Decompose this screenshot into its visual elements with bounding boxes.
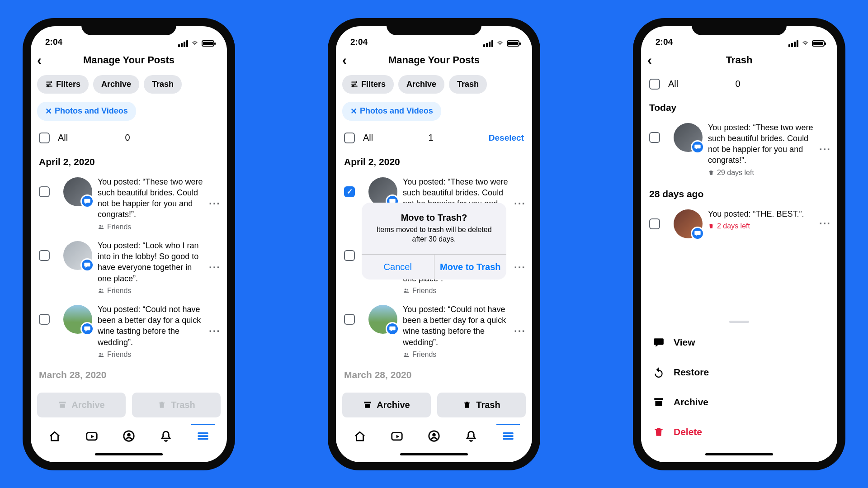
sheet-restore[interactable]: Restore xyxy=(641,357,837,387)
page-title: Manage Your Posts xyxy=(355,54,513,66)
tab-watch[interactable] xyxy=(85,429,99,443)
more-button[interactable]: ··· xyxy=(514,325,526,337)
filters-chip[interactable]: Filters xyxy=(342,75,394,94)
active-filter-chip[interactable]: ✕ Photos and Videos xyxy=(342,102,441,121)
selected-count: 1 xyxy=(373,133,489,143)
post-row[interactable]: You posted: “Could not have been a bette… xyxy=(31,299,227,363)
more-button[interactable]: ··· xyxy=(819,217,831,230)
select-all-checkbox[interactable] xyxy=(649,79,660,90)
dialog-confirm-button[interactable]: Move to Trash xyxy=(434,255,507,280)
select-all-checkbox[interactable] xyxy=(39,133,50,143)
deselect-button[interactable]: Deselect xyxy=(489,133,524,143)
select-all-row[interactable]: All 1 Deselect xyxy=(336,127,532,149)
post-thumbnail[interactable] xyxy=(674,123,703,152)
filter-chips: Filters Archive Trash xyxy=(31,73,227,100)
post-row[interactable]: You posted: “These two were such beautif… xyxy=(641,118,837,181)
post-audience: Friends xyxy=(403,287,509,295)
dialog-message: Items moved to trash will be deleted aft… xyxy=(362,225,506,254)
more-button[interactable]: ··· xyxy=(209,197,221,210)
back-button[interactable]: ‹ xyxy=(647,53,660,67)
active-filter-chip[interactable]: ✕ Photos and Videos xyxy=(37,102,136,121)
post-checkbox[interactable] xyxy=(39,186,50,197)
post-audience: Friends xyxy=(98,287,203,295)
friends-icon xyxy=(98,287,104,294)
tab-notifications[interactable] xyxy=(464,429,478,443)
archive-chip[interactable]: Archive xyxy=(398,75,444,94)
select-all-checkbox[interactable] xyxy=(344,133,355,143)
post-checkbox[interactable] xyxy=(649,132,660,143)
more-button[interactable]: ··· xyxy=(514,197,526,210)
post-row[interactable]: You posted: “These two were such beautif… xyxy=(31,172,227,236)
post-row[interactable]: You posted: “Could not have been a bette… xyxy=(336,299,532,363)
post-thumbnail[interactable] xyxy=(63,241,92,270)
days-left: 2 days left xyxy=(708,222,814,230)
chat-icon xyxy=(653,336,665,348)
back-button[interactable]: ‹ xyxy=(342,53,355,67)
dialog-title: Move to Trash? xyxy=(362,203,506,225)
select-all-row[interactable]: All 0 xyxy=(641,73,837,95)
post-checkbox[interactable] xyxy=(344,186,355,197)
trash-chip[interactable]: Trash xyxy=(144,75,182,94)
post-checkbox[interactable] xyxy=(39,314,50,325)
dialog-cancel-button[interactable]: Cancel xyxy=(362,255,434,280)
date-header-cutoff: March 28, 2020 xyxy=(336,363,532,380)
post-checkbox[interactable] xyxy=(344,314,355,325)
tab-profile[interactable] xyxy=(427,429,441,443)
sheet-handle[interactable] xyxy=(729,321,749,323)
status-time: 2:04 xyxy=(45,37,62,47)
post-checkbox[interactable] xyxy=(39,250,50,261)
home-indicator[interactable] xyxy=(641,447,837,462)
confirm-dialog: Move to Trash? Items moved to trash will… xyxy=(362,203,506,280)
post-thumbnail[interactable] xyxy=(63,177,92,206)
archive-button[interactable]: Archive xyxy=(342,393,431,417)
phone-frame-3: 2:04 ‹ Trash All 0 Today xyxy=(633,18,845,470)
friends-icon xyxy=(98,223,104,230)
trash-button[interactable]: Trash xyxy=(132,393,221,417)
trash-icon xyxy=(708,223,714,229)
page-title: Manage Your Posts xyxy=(50,54,208,66)
trash-chip[interactable]: Trash xyxy=(449,75,487,94)
select-all-row[interactable]: All 0 xyxy=(31,127,227,149)
navbar: ‹ Manage Your Posts xyxy=(31,49,227,73)
post-row[interactable]: You posted: “THE. BEST.”. 2 days left ··… xyxy=(641,204,837,243)
post-thumbnail[interactable] xyxy=(674,209,703,238)
tab-watch[interactable] xyxy=(390,429,404,443)
post-checkbox[interactable] xyxy=(344,250,355,261)
tab-home[interactable] xyxy=(47,429,62,443)
sheet-delete[interactable]: Delete xyxy=(641,417,837,447)
home-icon xyxy=(48,429,61,443)
select-all-label: All xyxy=(363,133,373,143)
post-thumbnail[interactable] xyxy=(368,177,397,206)
comment-badge-icon xyxy=(691,227,704,240)
date-header: April 2, 2020 xyxy=(31,149,227,172)
archive-chip[interactable]: Archive xyxy=(93,75,139,94)
tab-profile[interactable] xyxy=(122,429,136,443)
close-icon[interactable]: ✕ xyxy=(350,106,357,116)
trash-button[interactable]: Trash xyxy=(437,393,526,417)
post-thumbnail[interactable] xyxy=(63,305,92,334)
trash-icon xyxy=(708,170,714,176)
tab-menu[interactable] xyxy=(196,429,210,443)
tab-menu[interactable] xyxy=(501,429,515,443)
tab-home[interactable] xyxy=(353,429,367,443)
more-button[interactable]: ··· xyxy=(209,261,221,274)
sheet-view[interactable]: View xyxy=(641,327,837,357)
post-row[interactable]: You posted: “Look who I ran into in the … xyxy=(31,236,227,299)
section-header: Today xyxy=(641,95,837,118)
post-thumbnail[interactable] xyxy=(368,305,397,334)
archive-button[interactable]: Archive xyxy=(37,393,126,417)
sheet-archive[interactable]: Archive xyxy=(641,387,837,417)
back-button[interactable]: ‹ xyxy=(37,53,50,67)
home-indicator[interactable] xyxy=(31,447,227,462)
more-button[interactable]: ··· xyxy=(209,325,221,337)
more-button[interactable]: ··· xyxy=(514,261,526,274)
battery-icon xyxy=(202,40,214,47)
post-checkbox[interactable] xyxy=(649,218,660,229)
comment-badge-icon xyxy=(691,140,704,154)
close-icon[interactable]: ✕ xyxy=(45,106,52,116)
notch xyxy=(692,18,787,35)
filters-chip[interactable]: Filters xyxy=(37,75,89,94)
tab-notifications[interactable] xyxy=(159,429,173,443)
more-button[interactable]: ··· xyxy=(819,143,831,156)
home-indicator[interactable] xyxy=(336,447,532,462)
